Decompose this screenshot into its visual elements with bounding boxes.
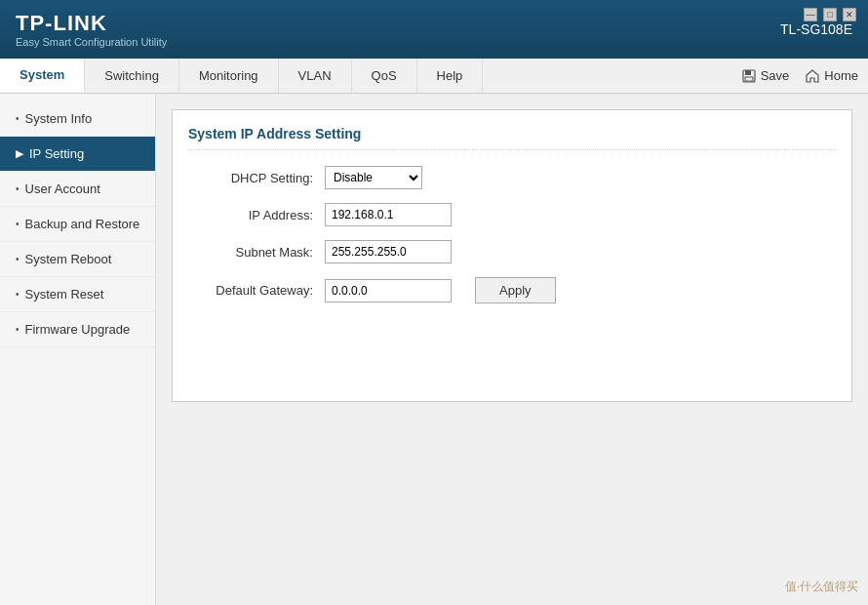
brand-name: TP-LINK: [16, 11, 167, 36]
arrow-icon: ▶: [16, 147, 23, 160]
save-button[interactable]: Save: [741, 68, 790, 84]
tab-vlan[interactable]: VLAN: [279, 59, 352, 93]
bullet-icon: •: [16, 289, 20, 300]
dhcp-label: DHCP Setting:: [188, 171, 325, 185]
close-button[interactable]: ✕: [843, 8, 856, 21]
bullet-icon: •: [16, 324, 20, 335]
app-subtitle: Easy Smart Configuration Utility: [16, 36, 167, 48]
watermark: 值·什么值得买: [785, 579, 858, 595]
main-layout: • System Info ▶ IP Setting • User Accoun…: [0, 94, 868, 605]
device-model: TL-SG108E: [780, 21, 852, 37]
tab-monitoring[interactable]: Monitoring: [179, 59, 279, 93]
header: TP-LINK Easy Smart Configuration Utility…: [0, 0, 868, 59]
subnet-mask-row: Subnet Mask:: [188, 240, 836, 263]
svg-rect-2: [745, 77, 753, 81]
tab-system[interactable]: System: [0, 59, 85, 93]
sidebar-item-system-info[interactable]: • System Info: [0, 101, 155, 137]
bullet-icon: •: [16, 219, 20, 229]
tab-help[interactable]: Help: [417, 59, 484, 93]
dhcp-row: DHCP Setting: Disable Enable: [188, 166, 836, 189]
dhcp-select[interactable]: Disable Enable: [325, 166, 422, 189]
tab-switching[interactable]: Switching: [85, 59, 179, 93]
ip-address-row: IP Address:: [188, 203, 836, 226]
bullet-icon: •: [16, 183, 20, 194]
gateway-label: Default Gateway:: [188, 283, 325, 298]
section-title: System IP Address Setting: [188, 126, 836, 150]
logo: TP-LINK Easy Smart Configuration Utility: [16, 11, 167, 48]
dhcp-dropdown-wrapper: Disable Enable: [325, 166, 422, 189]
subnet-mask-label: Subnet Mask:: [188, 245, 325, 260]
ip-address-input[interactable]: [325, 203, 452, 226]
ip-address-label: IP Address:: [188, 208, 325, 222]
sidebar-item-ip-setting[interactable]: ▶ IP Setting: [0, 137, 155, 172]
gateway-row: Default Gateway: Apply: [188, 277, 836, 303]
sidebar-item-firmware-upgrade[interactable]: • Firmware Upgrade: [0, 312, 155, 347]
minimize-button[interactable]: —: [804, 8, 817, 21]
subnet-mask-input[interactable]: [325, 240, 452, 263]
home-button[interactable]: Home: [805, 68, 858, 84]
navbar: System Switching Monitoring VLAN QoS Hel…: [0, 59, 868, 94]
svg-rect-1: [745, 70, 751, 75]
restore-button[interactable]: □: [823, 8, 837, 21]
tab-qos[interactable]: QoS: [352, 59, 417, 93]
content-panel: System IP Address Setting DHCP Setting: …: [172, 109, 852, 402]
content-area: System IP Address Setting DHCP Setting: …: [156, 94, 868, 605]
bullet-icon: •: [16, 254, 20, 264]
save-icon: [741, 68, 757, 84]
bullet-icon: •: [16, 113, 20, 124]
nav-actions: Save Home: [741, 59, 868, 93]
apply-button[interactable]: Apply: [475, 277, 556, 303]
sidebar-item-system-reboot[interactable]: • System Reboot: [0, 242, 155, 277]
sidebar: • System Info ▶ IP Setting • User Accoun…: [0, 94, 156, 605]
sidebar-item-backup-restore[interactable]: • Backup and Restore: [0, 207, 155, 242]
sidebar-item-system-reset[interactable]: • System Reset: [0, 277, 155, 312]
home-icon: [805, 68, 820, 84]
sidebar-item-user-account[interactable]: • User Account: [0, 172, 155, 207]
gateway-input[interactable]: [325, 279, 452, 302]
